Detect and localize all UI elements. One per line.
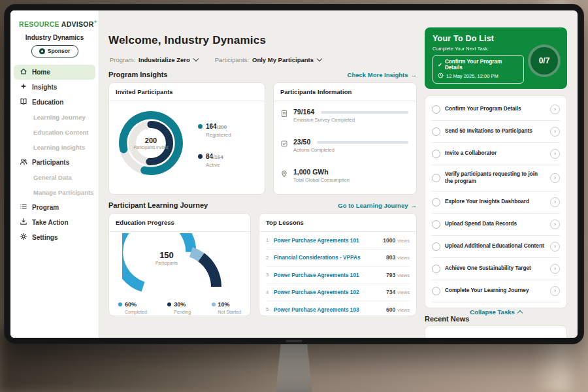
sidebar-item-learning-insights[interactable]: Learning Insights [10,140,99,155]
education-count-label: Participants [109,261,224,265]
clipboard-icon [280,108,288,123]
task-row[interactable]: Upload Spend Data Records › [432,214,560,236]
views-unit: views [397,307,410,313]
lesson-link[interactable]: Power Purchase Agreements 101 [274,272,386,278]
sidebar-item-participants[interactable]: Participants [10,155,99,170]
task-row[interactable]: Explore Your Insights Dashboard › [432,191,560,214]
lesson-views: 734 [386,289,395,295]
sponsor-icon [39,48,45,54]
lesson-row[interactable]: 1 Power Purchase Agreements 101 1000view… [266,232,410,250]
chevron-down-icon [193,56,198,61]
learning-journey-header: Participant Learning Journey Go to Learn… [108,201,417,209]
sidebar-item-label: Participants [32,159,69,166]
sidebar-item-learning-journey[interactable]: Learning Journey [10,110,99,125]
lesson-link[interactable]: Power Purchase Agreements 102 [274,289,386,295]
recent-news-title: Recent News [425,315,469,323]
map-pin-icon [280,169,288,183]
book-icon [20,97,27,106]
sidebar-item-insights[interactable]: Insights [10,80,99,95]
chevron-right-icon[interactable]: › [550,220,560,229]
task-checkbox[interactable] [432,220,440,229]
chevron-right-icon[interactable]: › [550,149,560,159]
todo-summary-card: Your To Do List Complete Your Next Task:… [425,27,567,89]
sidebar-item-education[interactable]: Education [10,95,99,110]
active-label: Active [206,162,231,168]
task-row[interactable]: Complete Your Learning Journey › [432,280,560,302]
education-progress-card: Education Progress 150 Participants 60% … [108,213,251,316]
lesson-row[interactable]: 5 Power Purchase Agreements 103 600views [266,301,410,318]
program-filter[interactable]: Program: Industrialize Zero [110,56,198,63]
lesson-views: 793 [386,272,395,278]
task-label: Explore Your Insights Dashboard [445,199,546,206]
chevron-right-icon[interactable]: › [550,242,560,252]
lesson-rank: 2 [266,255,274,261]
education-progress-card-title: Education Progress [109,214,250,232]
lesson-row[interactable]: 4 Power Purchase Agreements 102 734views [266,284,410,302]
task-checkbox[interactable] [432,127,440,136]
lesson-views: 803 [386,254,395,261]
task-checkbox[interactable] [432,287,440,295]
program-filter-value: Industrialize Zero [139,56,190,63]
chevron-right-icon[interactable]: › [550,105,560,114]
task-row[interactable]: Verify participants requesting to join t… [432,165,560,191]
logo-resource: RESOURCE [19,20,59,28]
lesson-link[interactable]: Power Purchase Agreements 103 [274,306,386,313]
task-checkbox[interactable] [432,242,440,251]
chevron-right-icon[interactable]: › [550,173,560,183]
sidebar-item-settings[interactable]: Settings [10,230,99,245]
participants-filter[interactable]: Participants: Only My Participants [215,56,321,63]
invited-participants-card: Invited Participants 200 Participants In… [108,82,265,195]
registered-value: 164 [206,123,217,130]
todo-task-list: Confirm Your Program Details › Send 50 I… [425,95,567,308]
task-label: Upload Additional Educational Content [445,243,546,250]
task-row[interactable]: Send 50 Invitations to Participants › [432,121,560,143]
actions-completed-row: 23/50 Actions Completed [280,138,408,153]
emission-survey-progressbar [321,111,408,114]
task-row[interactable]: Achieve One Sustainability Target › [432,258,560,280]
task-row[interactable]: Invite a Collaborator › [432,143,560,165]
task-row[interactable]: Upload Additional Educational Content › [432,236,560,258]
chevron-right-icon[interactable]: › [550,264,560,274]
sidebar-item-take-action[interactable]: Take Action [10,215,99,230]
dashboard-screen: RESOURCE ADVISOR+ Industry Dynamics Spon… [10,10,578,338]
participants-filter-label: Participants: [215,56,249,63]
chevron-down-icon [317,56,322,61]
check-more-insights-link[interactable]: Check More Insights → [348,71,417,78]
sponsor-badge[interactable]: Sponsor [31,45,78,57]
sidebar-item-home[interactable]: Home [14,65,95,80]
people-icon [20,157,27,167]
download-icon [20,218,27,227]
completed-pct: 60% [125,301,137,308]
lesson-row[interactable]: 3 Power Purchase Agreements 101 793views [266,267,410,284]
not-started-pct: 10% [218,301,230,308]
lesson-link[interactable]: Power Purchase Agreements 101 [274,237,383,244]
chevron-right-icon[interactable]: › [550,286,560,296]
sidebar-item-manage-participants[interactable]: Manage Participants [10,185,99,200]
sidebar-item-label: Education [32,99,63,106]
sidebar-item-education-content[interactable]: Education Content [10,125,99,140]
participants-filter-value: Only My Participants [252,56,314,63]
collapse-tasks-button[interactable]: Collapse Tasks [432,302,560,316]
legend-dot-active [198,154,203,159]
lesson-link[interactable]: Financial Considerations - VPPAs [274,254,386,261]
task-row[interactable]: Confirm Your Program Details › [432,99,560,121]
next-task-box[interactable]: ✓ Confirm Your Program Details 12 May 20… [433,55,524,84]
task-checkbox[interactable] [432,198,440,206]
legend-dot-pending [167,302,171,306]
task-checkbox[interactable] [432,265,440,273]
task-checkbox[interactable] [432,174,440,182]
go-to-learning-journey-link[interactable]: Go to Learning Journey → [338,202,417,209]
chevron-right-icon[interactable]: › [550,127,560,137]
legend-active: 84/164 Active [198,150,231,168]
registered-label: Registered [206,132,231,138]
link-label: Check More Insights [348,71,408,78]
task-checkbox[interactable] [432,105,440,114]
legend-dot-registered [198,124,203,129]
chevron-right-icon[interactable]: › [550,197,560,207]
lesson-row[interactable]: 2 Financial Considerations - VPPAs 803vi… [266,250,410,267]
task-checkbox[interactable] [432,150,440,158]
gauge-center-label: 150 Participants [109,250,224,265]
sidebar-item-general-data[interactable]: General Data [10,170,99,185]
filter-bar: Program: Industrialize Zero Participants… [110,56,321,63]
sidebar-item-program[interactable]: Program [10,200,99,215]
